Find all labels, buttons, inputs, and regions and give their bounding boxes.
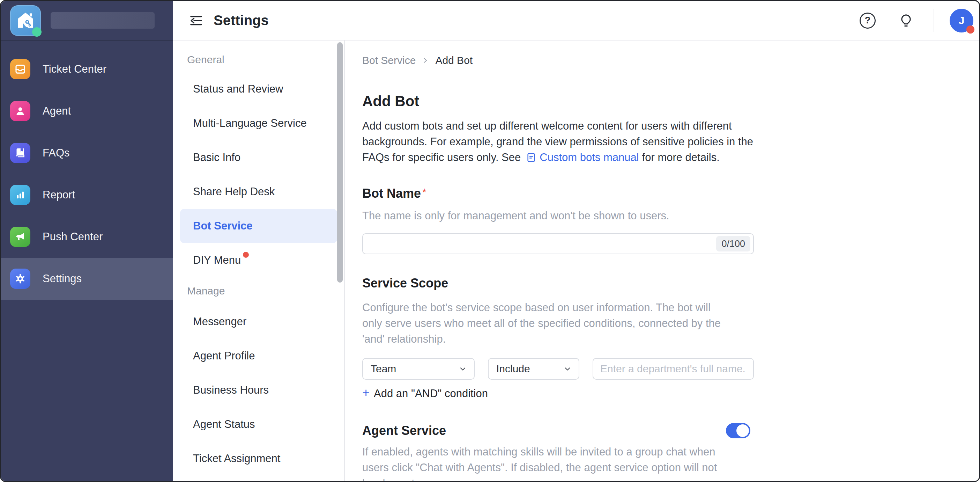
nav-scrollbar-thumb[interactable] xyxy=(337,42,343,282)
sidebar-item-ticket-center[interactable]: Ticket Center xyxy=(1,48,173,90)
topbar-actions: ? J xyxy=(860,9,974,32)
nav-item-agent-profile[interactable]: Agent Profile xyxy=(180,339,337,373)
breadcrumb: Bot Service Add Bot xyxy=(362,54,754,66)
collapse-sidebar-icon[interactable] xyxy=(188,12,205,29)
char-counter: 0/100 xyxy=(716,236,750,252)
user-avatar[interactable]: J xyxy=(950,9,974,32)
page-title: Add Bot xyxy=(362,93,754,110)
nav-item-multi-language-service[interactable]: Multi-Language Service xyxy=(180,106,337,140)
agent-service-helper-line: If enabled, agents with matching skills … xyxy=(362,444,754,460)
page-intro: Add custom bots and set up different wel… xyxy=(362,118,754,165)
field-select-value: Team xyxy=(371,363,396,375)
service-scope-helper: Configure the bot's service scope based … xyxy=(362,300,754,347)
nav-item-label: Messenger xyxy=(193,315,247,328)
add-and-condition-label: Add an "AND" condition xyxy=(374,387,488,400)
breadcrumb-current: Add Bot xyxy=(435,54,473,66)
nav-item-basic-info[interactable]: Basic Info xyxy=(180,140,337,175)
nav-item-label: Share Help Desk xyxy=(193,185,275,198)
field-select[interactable]: Team xyxy=(362,358,475,380)
intro-line-3-text: FAQs for specific users only. See xyxy=(362,150,521,165)
intro-line-1: Add custom bots and set up different wel… xyxy=(362,118,754,134)
help-icon[interactable]: ? xyxy=(860,13,876,29)
custom-bots-manual-link[interactable]: Custom bots manual xyxy=(539,150,639,165)
nav-item-label: DIY Menu xyxy=(193,254,241,267)
ticket-center-icon xyxy=(10,59,30,79)
service-scope-helper-line: 'and' relationship. xyxy=(362,331,754,347)
sidebar-item-report[interactable]: Report xyxy=(1,174,173,216)
agent-service-helper-line: users click "Chat with Agents". If disab… xyxy=(362,460,754,476)
nav-item-label: Status and Review xyxy=(193,83,283,95)
bot-name-input[interactable] xyxy=(362,233,754,254)
nav-item-label: Basic Info xyxy=(193,151,240,164)
intro-line-3: FAQs for specific users only. See Custom… xyxy=(362,150,754,165)
required-asterisk: * xyxy=(422,186,426,198)
app-nav: Ticket Center Agent xyxy=(1,40,173,300)
agent-service-heading: Agent Service xyxy=(362,423,446,438)
nav-item-share-help-desk[interactable]: Share Help Desk xyxy=(180,175,337,209)
operator-select[interactable]: Include xyxy=(488,358,579,380)
app-window: Ticket Center Agent xyxy=(0,0,980,482)
bot-name-title: Bot Name xyxy=(362,186,421,201)
sidebar-item-push-center[interactable]: Push Center xyxy=(1,216,173,258)
topbar-divider xyxy=(934,9,934,32)
department-input[interactable] xyxy=(593,358,754,380)
sidebar-item-faqs[interactable]: FAQs xyxy=(1,132,173,174)
document-icon xyxy=(526,152,537,163)
sidebar-item-label: Push Center xyxy=(43,230,103,243)
intro-line-2: backgrounds. For example, grand the view… xyxy=(362,134,754,150)
logo-status-dot xyxy=(32,27,41,37)
app-sidebar: Ticket Center Agent xyxy=(1,1,173,481)
nav-item-label: Multi-Language Service xyxy=(193,117,307,129)
nav-item-business-hours[interactable]: Business Hours xyxy=(180,373,337,407)
nav-item-agent-status[interactable]: Agent Status xyxy=(180,407,337,442)
sidebar-item-settings[interactable]: Settings xyxy=(1,258,173,300)
condition-row: Team Include xyxy=(362,358,754,380)
nav-section-manage: Manage xyxy=(173,277,344,305)
nav-item-diy-menu[interactable]: DIY Menu xyxy=(180,243,337,277)
workspace-header xyxy=(1,1,173,40)
nav-item-bot-service[interactable]: Bot Service xyxy=(180,209,337,243)
app-logo-icon[interactable] xyxy=(10,5,41,36)
lightbulb-icon[interactable] xyxy=(898,13,914,29)
agent-icon xyxy=(10,101,30,121)
service-scope-helper-line: Configure the bot's service scope based … xyxy=(362,300,754,315)
nav-item-status-and-review[interactable]: Status and Review xyxy=(180,72,337,106)
agent-service-helper: If enabled, agents with matching skills … xyxy=(362,444,754,481)
chevron-down-icon xyxy=(458,365,467,373)
topbar: Settings ? J xyxy=(173,1,979,40)
faqs-icon xyxy=(10,143,30,163)
nav-item-ticket-assignment[interactable]: Ticket Assignment xyxy=(180,442,337,476)
sidebar-item-label: Settings xyxy=(43,273,82,285)
nav-item-label: Business Hours xyxy=(193,384,269,396)
nav-item-label: Bot Service xyxy=(193,220,253,232)
bot-name-heading: Bot Name* xyxy=(362,186,754,201)
workspace-name-redacted xyxy=(51,12,154,29)
new-badge-dot xyxy=(243,252,249,258)
breadcrumb-parent-link[interactable]: Bot Service xyxy=(362,54,416,66)
page-header-title: Settings xyxy=(213,13,269,28)
report-icon xyxy=(10,185,30,205)
bot-name-input-wrap: 0/100 xyxy=(362,233,754,254)
sidebar-item-agent[interactable]: Agent xyxy=(1,90,173,132)
main-content: Bot Service Add Bot Add Bot Add custom b… xyxy=(345,40,979,481)
add-and-condition-button[interactable]: + Add an "AND" condition xyxy=(362,387,754,400)
sidebar-item-label: FAQs xyxy=(43,147,70,159)
settings-icon xyxy=(10,268,30,289)
nav-item-label: Agent Profile xyxy=(193,350,255,362)
sidebar-item-label: Ticket Center xyxy=(43,63,107,75)
agent-service-toggle[interactable] xyxy=(726,423,750,438)
chevron-down-icon xyxy=(563,365,572,373)
nav-item-messenger[interactable]: Messenger xyxy=(180,305,337,339)
service-scope-heading: Service Scope xyxy=(362,276,754,290)
sidebar-item-label: Report xyxy=(43,188,75,201)
department-input-wrap xyxy=(593,358,754,380)
nav-item-label: Agent Status xyxy=(193,418,255,431)
agent-service-row: Agent Service xyxy=(362,423,754,438)
toggle-knob xyxy=(737,425,749,437)
agent-service-helper-line: be shown to users. xyxy=(362,476,754,481)
avatar-initial: J xyxy=(959,15,965,27)
sidebar-item-label: Agent xyxy=(43,105,71,117)
settings-nav: General Status and Review Multi-Language… xyxy=(173,40,345,481)
nav-item-label: Ticket Assignment xyxy=(193,452,280,465)
operator-select-value: Include xyxy=(496,363,530,375)
